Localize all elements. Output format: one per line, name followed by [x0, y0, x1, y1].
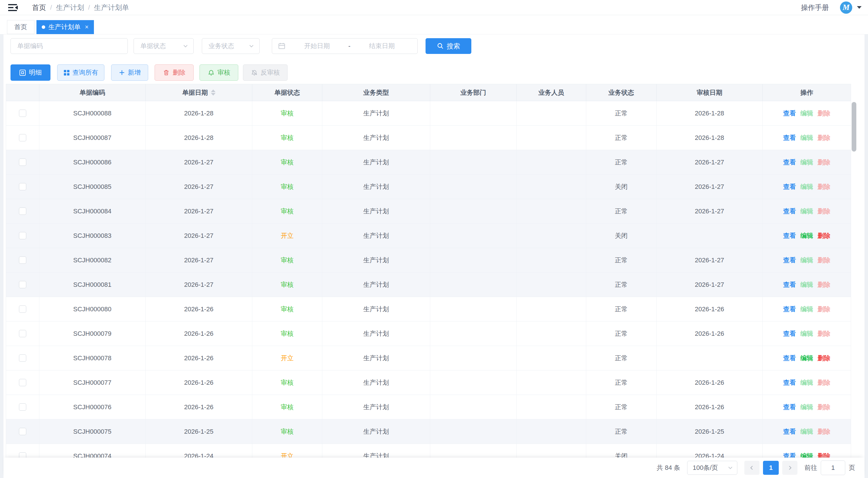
tab-close-icon[interactable]: × [85, 23, 89, 31]
row-checkbox[interactable] [19, 232, 26, 239]
row-checkbox[interactable] [19, 428, 26, 435]
menu-collapse-icon[interactable] [8, 3, 19, 12]
edit-link[interactable]: 编辑 [800, 452, 813, 458]
doc-status-select[interactable]: 单据状态 [133, 38, 194, 54]
next-page-button[interactable] [782, 461, 798, 475]
delete-link[interactable]: 删除 [817, 427, 830, 436]
view-link[interactable]: 查看 [783, 231, 796, 240]
edit-link[interactable]: 编辑 [800, 231, 813, 240]
chevron-left-icon [749, 465, 754, 470]
tab-home[interactable]: 首页 [7, 20, 34, 34]
user-menu-caret-icon[interactable] [857, 6, 862, 9]
edit-link[interactable]: 编辑 [800, 280, 813, 289]
user-avatar[interactable]: M [840, 1, 852, 14]
row-checkbox[interactable] [19, 452, 26, 458]
breadcrumb-separator: / [88, 4, 90, 11]
start-date-placeholder[interactable]: 开始日期 [287, 42, 346, 50]
unaudit-button[interactable]: 反审核 [243, 64, 287, 81]
row-checkbox[interactable] [19, 257, 26, 264]
row-checkbox[interactable] [19, 110, 26, 117]
query-all-button[interactable]: 查询所有 [57, 64, 104, 81]
audit-button[interactable]: 审核 [199, 64, 238, 81]
view-link[interactable]: 查看 [783, 207, 796, 216]
edit-link[interactable]: 编辑 [800, 109, 813, 118]
view-link[interactable]: 查看 [783, 427, 796, 436]
manual-link[interactable]: 操作手册 [801, 3, 829, 12]
view-link[interactable]: 查看 [783, 354, 796, 363]
edit-link[interactable]: 编辑 [800, 427, 813, 436]
row-checkbox[interactable] [19, 354, 26, 362]
breadcrumb-production-plan[interactable]: 生产计划 [56, 3, 84, 12]
page-size-select[interactable]: 100条/页 [687, 461, 737, 475]
row-checkbox[interactable] [19, 281, 26, 288]
view-link[interactable]: 查看 [783, 329, 796, 338]
view-link[interactable]: 查看 [783, 305, 796, 314]
delete-link[interactable]: 删除 [817, 403, 830, 412]
view-link[interactable]: 查看 [783, 109, 796, 118]
vertical-scrollbar[interactable] [852, 102, 856, 151]
row-checkbox[interactable] [19, 330, 26, 337]
cell-doc-date: 2026-1-27 [146, 224, 252, 248]
view-link[interactable]: 查看 [783, 403, 796, 412]
edit-link[interactable]: 编辑 [800, 305, 813, 314]
doc-code-input[interactable] [11, 42, 127, 50]
view-link[interactable]: 查看 [783, 280, 796, 289]
header-doc-date[interactable]: 单据日期 [146, 84, 252, 101]
cell-operations: 查看 编辑 删除 [763, 297, 851, 321]
view-link[interactable]: 查看 [783, 256, 796, 265]
cell-select [6, 370, 39, 395]
edit-link[interactable]: 编辑 [800, 329, 813, 338]
delete-link[interactable]: 删除 [817, 354, 830, 363]
delete-link[interactable]: 删除 [817, 231, 830, 240]
delete-link[interactable]: 删除 [817, 158, 830, 167]
delete-link[interactable]: 删除 [817, 109, 830, 118]
edit-link[interactable]: 编辑 [800, 134, 813, 142]
prev-page-button[interactable] [744, 461, 760, 475]
delete-link[interactable]: 删除 [817, 329, 830, 338]
edit-link[interactable]: 编辑 [800, 158, 813, 167]
biz-status-select[interactable]: 业务状态 [202, 38, 259, 54]
end-date-placeholder[interactable]: 结束日期 [352, 42, 411, 50]
row-checkbox[interactable] [19, 134, 26, 141]
delete-link[interactable]: 删除 [817, 452, 830, 458]
delete-link[interactable]: 删除 [817, 134, 830, 142]
row-checkbox[interactable] [19, 159, 26, 166]
pagination-bar: 共 84 条 100条/页 1 前往 页 [3, 457, 865, 478]
edit-link[interactable]: 编辑 [800, 354, 813, 363]
edit-link[interactable]: 编辑 [800, 256, 813, 265]
delete-link[interactable]: 删除 [817, 207, 830, 216]
breadcrumb-home[interactable]: 首页 [32, 3, 46, 12]
edit-link[interactable]: 编辑 [800, 403, 813, 412]
delete-link[interactable]: 删除 [817, 256, 830, 265]
detail-button[interactable]: 明细 [10, 64, 51, 81]
row-checkbox[interactable] [19, 379, 26, 386]
cell-doc-date: 2026-1-26 [146, 297, 252, 321]
delete-link[interactable]: 删除 [817, 280, 830, 289]
date-range-picker[interactable]: 开始日期 - 结束日期 [272, 38, 418, 54]
sort-caret-icon[interactable] [211, 90, 216, 96]
tab-production-plan-active[interactable]: 生产计划单 × [36, 20, 94, 34]
page-unit-label: 页 [849, 464, 855, 472]
row-checkbox[interactable] [19, 183, 26, 190]
delete-link[interactable]: 删除 [817, 305, 830, 314]
chevron-down-icon [249, 44, 254, 48]
delete-link[interactable]: 删除 [817, 182, 830, 191]
goto-page-input[interactable] [821, 460, 845, 475]
view-link[interactable]: 查看 [783, 182, 796, 191]
delete-link[interactable]: 删除 [817, 378, 830, 387]
add-button[interactable]: 新增 [111, 64, 148, 81]
view-link[interactable]: 查看 [783, 134, 796, 142]
edit-link[interactable]: 编辑 [800, 378, 813, 387]
view-link[interactable]: 查看 [783, 158, 796, 167]
delete-button[interactable]: 删除 [155, 64, 194, 81]
header-select-column [6, 84, 39, 101]
edit-link[interactable]: 编辑 [800, 182, 813, 191]
view-link[interactable]: 查看 [783, 452, 796, 458]
current-page-button[interactable]: 1 [763, 461, 779, 475]
row-checkbox[interactable] [19, 305, 26, 313]
edit-link[interactable]: 编辑 [800, 207, 813, 216]
view-link[interactable]: 查看 [783, 378, 796, 387]
search-button[interactable]: 搜索 [426, 38, 471, 54]
row-checkbox[interactable] [19, 403, 26, 411]
row-checkbox[interactable] [19, 207, 26, 215]
